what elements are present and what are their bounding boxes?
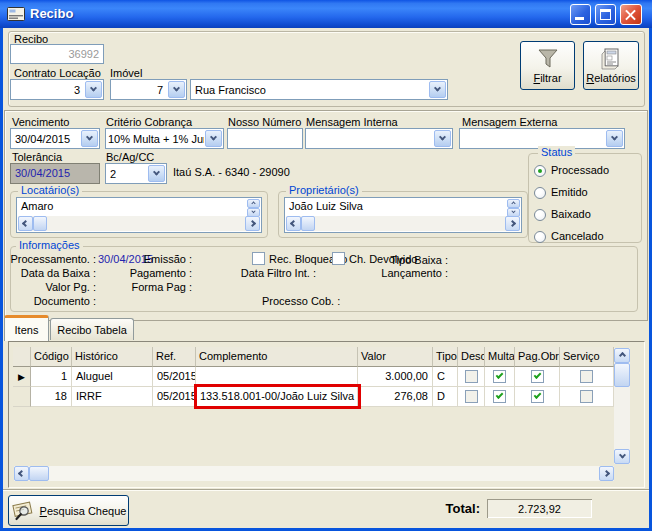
chevron-down-icon[interactable] bbox=[205, 130, 222, 147]
imovel-select[interactable]: 7 bbox=[110, 79, 187, 100]
scroll-thumb[interactable] bbox=[33, 216, 47, 231]
chevron-down-icon[interactable] bbox=[81, 130, 98, 147]
minimize-button[interactable] bbox=[570, 4, 591, 25]
scroll-thumb[interactable] bbox=[614, 363, 630, 387]
imovel-value: 7 bbox=[111, 84, 167, 96]
cell-desc-checkbox[interactable] bbox=[458, 387, 485, 407]
desc-checkbox[interactable] bbox=[465, 370, 478, 383]
proprietarios-list[interactable]: João Luiz Silva bbox=[284, 197, 522, 233]
cell-valor[interactable]: 276,08 bbox=[358, 387, 433, 407]
radio-cancelado[interactable] bbox=[534, 231, 546, 243]
imovel-endereco-select[interactable]: Rua Francisco bbox=[190, 79, 448, 100]
spin-up-button[interactable] bbox=[507, 199, 520, 208]
cell-historico[interactable]: Aluguel bbox=[72, 367, 153, 387]
valor-pg-label: Valor Pg. : bbox=[10, 281, 96, 293]
scroll-track[interactable] bbox=[614, 387, 630, 449]
chevron-down-icon[interactable] bbox=[85, 81, 102, 98]
chevron-down-icon[interactable] bbox=[434, 130, 451, 147]
nosso-numero-input[interactable] bbox=[227, 128, 303, 149]
multa-checkbox[interactable] bbox=[493, 390, 506, 403]
contrato-locacao-select[interactable]: 3 bbox=[10, 79, 104, 100]
filtrar-button[interactable]: Filtrar bbox=[520, 41, 575, 90]
chevron-down-icon[interactable] bbox=[606, 130, 623, 147]
scroll-right-button[interactable] bbox=[245, 216, 260, 231]
pag-obrig-checkbox[interactable] bbox=[531, 390, 544, 403]
radio-baixado-label: Baixado bbox=[551, 208, 591, 220]
scroll-down-button[interactable] bbox=[614, 449, 630, 464]
mensagem-interna-select[interactable] bbox=[305, 128, 453, 149]
scroll-thumb[interactable] bbox=[301, 216, 315, 231]
grid-hscrollbar[interactable] bbox=[14, 466, 614, 481]
scroll-right-button[interactable] bbox=[505, 216, 520, 231]
cell-pag-obrig-checkbox[interactable] bbox=[515, 387, 560, 407]
scroll-track[interactable] bbox=[315, 216, 505, 231]
scroll-thumb[interactable] bbox=[29, 466, 49, 481]
col-header-desc: Desc bbox=[458, 347, 485, 367]
cell-ref[interactable]: 05/2015 bbox=[153, 387, 196, 407]
chevron-down-icon[interactable] bbox=[168, 81, 185, 98]
cell-codigo[interactable]: 1 bbox=[31, 367, 72, 387]
cell-pag-obrig-checkbox[interactable] bbox=[515, 367, 560, 387]
scroll-right-button[interactable] bbox=[599, 466, 614, 481]
cell-tipo[interactable]: D bbox=[433, 387, 458, 407]
scroll-up-button[interactable] bbox=[614, 348, 630, 363]
cell-valor[interactable]: 3.000,00 bbox=[358, 367, 433, 387]
chevron-down-icon[interactable] bbox=[429, 81, 446, 98]
pag-obrig-checkbox[interactable] bbox=[531, 370, 544, 383]
pesquisa-cheque-button[interactable]: Pesquisa Cheque bbox=[8, 495, 129, 526]
close-button[interactable] bbox=[620, 4, 642, 25]
proprietarios-hscrollbar[interactable] bbox=[286, 216, 520, 231]
ch-devolvido-checkbox[interactable] bbox=[332, 252, 345, 265]
locatarios-list[interactable]: Amaro bbox=[16, 197, 262, 233]
multa-checkbox[interactable] bbox=[493, 370, 506, 383]
tab-recibo-tabela-label: Recibo Tabela bbox=[57, 324, 127, 336]
cheque-magnifier-icon bbox=[11, 501, 35, 521]
cell-tipo[interactable]: C bbox=[433, 367, 458, 387]
criterio-cobranca-select[interactable]: 10% Multa + 1% Juro bbox=[105, 128, 224, 149]
tab-itens[interactable]: Itens bbox=[4, 315, 49, 341]
servico-checkbox[interactable] bbox=[580, 370, 593, 383]
cell-servico-checkbox[interactable] bbox=[560, 367, 614, 387]
maximize-button[interactable] bbox=[595, 4, 616, 25]
cell-historico[interactable]: IRRF bbox=[72, 387, 153, 407]
spin-up-button[interactable] bbox=[247, 199, 260, 208]
cell-ref[interactable]: 05/2015 bbox=[153, 367, 196, 387]
relatorios-button[interactable]: Relatórios bbox=[583, 41, 639, 90]
scroll-left-button[interactable] bbox=[18, 216, 33, 231]
scroll-left-button[interactable] bbox=[14, 466, 29, 481]
radio-processado[interactable] bbox=[534, 165, 546, 177]
title-bar[interactable]: Recibo bbox=[0, 0, 652, 28]
app-icon bbox=[7, 7, 25, 21]
radio-baixado[interactable] bbox=[534, 209, 546, 221]
grid-vscrollbar[interactable] bbox=[614, 348, 630, 464]
radio-emitido[interactable] bbox=[534, 187, 546, 199]
scroll-track[interactable] bbox=[49, 466, 599, 481]
chevron-down-icon bbox=[251, 209, 255, 213]
radio-processado-label: Processado bbox=[551, 164, 609, 176]
maximize-icon bbox=[600, 9, 611, 20]
desc-checkbox[interactable] bbox=[465, 390, 478, 403]
recibo-window: Recibo Recibo 36992 Contrato Locação 3 I… bbox=[0, 0, 652, 531]
bc-ag-cc-select[interactable]: 2 bbox=[105, 163, 167, 184]
chevron-down-icon[interactable] bbox=[148, 165, 165, 182]
scroll-track[interactable] bbox=[47, 216, 245, 231]
cell-multa-checkbox[interactable] bbox=[485, 367, 515, 387]
locatario-item[interactable]: Amaro bbox=[21, 200, 53, 212]
cell-desc-checkbox[interactable] bbox=[458, 367, 485, 387]
filtrar-label: Filtrar bbox=[533, 72, 561, 84]
proprietario-item[interactable]: João Luiz Silva bbox=[289, 200, 363, 212]
recibo-number-field: 36992 bbox=[10, 44, 104, 64]
servico-checkbox[interactable] bbox=[580, 390, 593, 403]
cell-codigo[interactable]: 18 bbox=[31, 387, 72, 407]
locatarios-hscrollbar[interactable] bbox=[18, 216, 260, 231]
cell-servico-checkbox[interactable] bbox=[560, 387, 614, 407]
contrato-locacao-label: Contrato Locação bbox=[14, 67, 101, 79]
tab-recibo-tabela[interactable]: Recibo Tabela bbox=[50, 318, 134, 340]
vencimento-select[interactable]: 30/04/2015 bbox=[10, 128, 100, 149]
total-label: Total: bbox=[428, 501, 480, 516]
chevron-right-icon bbox=[603, 470, 610, 477]
rec-bloqueado-checkbox[interactable] bbox=[252, 252, 265, 265]
cell-multa-checkbox[interactable] bbox=[485, 387, 515, 407]
scroll-left-button[interactable] bbox=[286, 216, 301, 231]
window-title: Recibo bbox=[30, 6, 73, 21]
